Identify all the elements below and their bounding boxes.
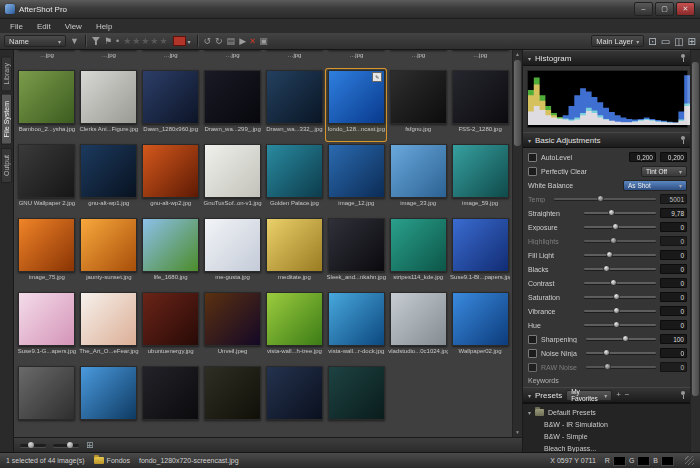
thumbnail-cell[interactable]: Bamboo_2...ysha.jpg	[16, 68, 78, 142]
perfectly-clear-checkbox[interactable]	[528, 167, 537, 176]
thumbnail-cell[interactable]: …jpg	[202, 50, 264, 68]
thumbnail-cell[interactable]: Dawn_1280x960.jpg	[140, 68, 202, 142]
thumbnail-cell[interactable]: Suse9.1-Bl...papers.jpg	[449, 216, 511, 290]
pin-icon[interactable]	[679, 54, 687, 62]
presets-header[interactable]: ▾ Presets My Favorites ▾ + −	[523, 387, 692, 403]
menu-view[interactable]: View	[58, 22, 89, 31]
pin-icon[interactable]	[679, 391, 687, 399]
remove-preset-icon[interactable]: −	[625, 390, 630, 400]
menu-edit[interactable]: Edit	[30, 22, 58, 31]
contrast-slider[interactable]	[584, 282, 656, 284]
rotate-left-icon[interactable]: ↺	[204, 35, 212, 47]
sort-field-dropdown[interactable]: Name ▾	[4, 35, 66, 47]
slider-knob[interactable]	[613, 293, 620, 300]
add-preset-icon[interactable]: +	[616, 390, 621, 400]
thumbnail-cell[interactable]: …jpg	[140, 50, 202, 68]
color-label-swatch[interactable]: ▾	[173, 36, 191, 46]
thumbnail-cell[interactable]: Golden Palace.jpg	[264, 142, 326, 216]
slider-knob[interactable]	[604, 363, 611, 370]
thumbnail-cell[interactable]: fsfgnu.jpg	[387, 68, 449, 142]
thumbnail-cell[interactable]: gnu-alt-wp1.jpg	[78, 142, 140, 216]
hue-value[interactable]: 0	[660, 320, 687, 330]
star-rating[interactable]: ★★★★★	[123, 36, 168, 46]
contrast-value[interactable]: 0	[660, 278, 687, 288]
panel-scrollbar[interactable]	[690, 50, 700, 452]
blacks-value[interactable]: 0	[660, 264, 687, 274]
thumb-zoom-slider[interactable]	[53, 444, 79, 447]
thumbnail-cell[interactable]: ubuntuenergy.jpg	[140, 290, 202, 364]
thumbnail-cell[interactable]: life_1680.jpg	[140, 216, 202, 290]
thumbnail-cell[interactable]: The_Art_O...eFear.jpg	[78, 290, 140, 364]
thumb-size-slider[interactable]	[20, 444, 46, 447]
vibrance-slider[interactable]	[584, 310, 656, 312]
rotate-right-icon[interactable]: ↻	[215, 35, 223, 47]
slideshow-icon[interactable]: ▶	[239, 35, 246, 47]
resize-grip-icon[interactable]	[685, 456, 694, 465]
thumbnail-cell[interactable]: …jpg	[449, 50, 511, 68]
thumbnail-cell[interactable]	[140, 364, 202, 437]
thumbnail-cell[interactable]: …jpg	[16, 50, 78, 68]
noise-ninja-value[interactable]: 0	[660, 348, 687, 358]
thumbnail-cell[interactable]	[264, 364, 326, 437]
sharpening-checkbox[interactable]	[528, 335, 537, 344]
autolevel-value-1[interactable]: 0,200	[629, 152, 656, 162]
thumbnail-cell[interactable]: vista-wall...h-tree.jpg	[264, 290, 326, 364]
menu-file[interactable]: File	[3, 22, 30, 31]
slider-knob[interactable]	[622, 335, 629, 342]
fill-light-value[interactable]: 0	[660, 250, 687, 260]
preset-item[interactable]: B&W - Simple	[523, 430, 692, 442]
blacks-slider[interactable]	[584, 268, 656, 270]
straighten-slider[interactable]	[584, 212, 656, 214]
thumbnail-cell[interactable]: Drawn_wa...332_.jpg	[264, 68, 326, 142]
collapse-icon[interactable]: ▾	[528, 137, 531, 144]
image-icon[interactable]: ▤	[227, 35, 236, 47]
noise-ninja-slider[interactable]	[586, 352, 656, 354]
thumbnail-cell[interactable]: image_12.jpg	[325, 142, 387, 216]
grid-layout-icon[interactable]: ⊞	[86, 440, 94, 450]
collapse-icon[interactable]: ▾	[528, 55, 531, 62]
slider-knob[interactable]	[606, 251, 613, 258]
slider-knob[interactable]	[597, 195, 604, 202]
slider-knob[interactable]	[608, 209, 615, 216]
highlights-value[interactable]: 0	[660, 236, 687, 246]
keywords-row[interactable]: Keywords	[523, 374, 692, 387]
single-pane-icon[interactable]: ▭	[661, 36, 670, 47]
slider-knob[interactable]	[603, 349, 610, 356]
thumbnail-cell[interactable]	[325, 364, 387, 437]
slider-knob[interactable]	[613, 307, 620, 314]
thumbnail-cell[interactable]: vladstudio...0c1024.jpg	[387, 290, 449, 364]
flag-icon[interactable]: ⚑	[104, 35, 112, 47]
delete-icon[interactable]: ×	[250, 35, 255, 47]
tint-dropdown[interactable]: Tint Off ▾	[641, 166, 687, 177]
temp-slider[interactable]	[554, 198, 656, 200]
slider-knob[interactable]	[610, 237, 617, 244]
thumbnail-cell[interactable]: jaunty-sunset.jpg	[78, 216, 140, 290]
thumbnail-cell[interactable]: Unveil.jpeg	[202, 290, 264, 364]
raw-noise-slider[interactable]	[586, 366, 656, 368]
thumbnail-cell[interactable]	[78, 364, 140, 437]
autolevel-value-2[interactable]: 0,200	[660, 152, 687, 162]
thumbnail-cell[interactable]: Clerks Ani...Figure.jpg	[78, 68, 140, 142]
filter-icon[interactable]	[92, 37, 100, 45]
tree-expand-icon[interactable]: ▾	[528, 409, 531, 416]
minimize-button[interactable]: –	[634, 2, 653, 16]
grid-scrollbar[interactable]: ▲ ▼	[512, 50, 522, 437]
thumbnail-cell[interactable]: image_59.jpg	[449, 142, 511, 216]
sharpening-value[interactable]: 100	[660, 334, 687, 344]
thumbnail-cell[interactable]: Drawn_wa...299_.jpg	[202, 68, 264, 142]
thumbnail-cell[interactable]: fondo_128...ncast.jpg✎	[325, 68, 387, 142]
dual-pane-icon[interactable]: ◫	[674, 36, 683, 47]
raw-noise-value[interactable]: 0	[660, 362, 687, 372]
saturation-value[interactable]: 0	[660, 292, 687, 302]
slider-knob[interactable]	[613, 321, 620, 328]
exposure-slider[interactable]	[584, 226, 656, 228]
slider-knob[interactable]	[67, 442, 73, 448]
layer-dropdown[interactable]: Main Layer ▾	[591, 35, 644, 47]
saturation-slider[interactable]	[584, 296, 656, 298]
thumbnail-cell[interactable]: image_33.jpg	[387, 142, 449, 216]
sharpening-slider[interactable]	[586, 338, 656, 340]
preset-folder[interactable]: ▾Default Presets	[523, 406, 692, 418]
current-folder[interactable]: Fondos	[94, 457, 130, 464]
scrollbar-thumb[interactable]	[692, 62, 699, 396]
thumbnail-cell[interactable]: …jpg	[78, 50, 140, 68]
